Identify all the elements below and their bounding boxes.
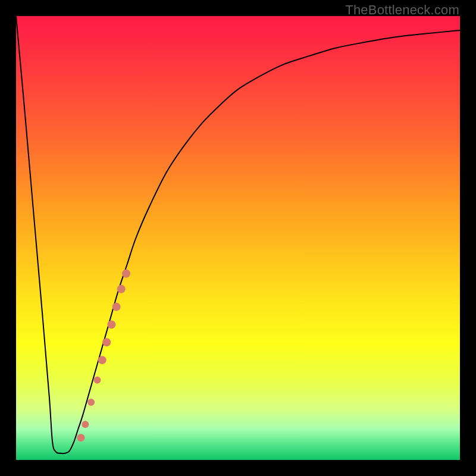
marker-dot — [87, 399, 95, 406]
plot-area — [16, 16, 460, 460]
marker-dot — [77, 434, 84, 441]
chart-frame: TheBottleneck.com — [0, 0, 476, 476]
marker-dot — [94, 377, 101, 384]
watermark-text: TheBottleneck.com — [345, 2, 459, 18]
marker-dot — [112, 303, 121, 311]
marker-dot — [98, 356, 107, 364]
marker-dot — [82, 421, 89, 428]
marker-dot — [122, 270, 130, 278]
gradient-background — [16, 16, 460, 460]
marker-dot — [102, 338, 111, 346]
marker-dot — [117, 285, 126, 293]
marker-dot — [107, 320, 115, 328]
chart-svg — [16, 16, 460, 460]
